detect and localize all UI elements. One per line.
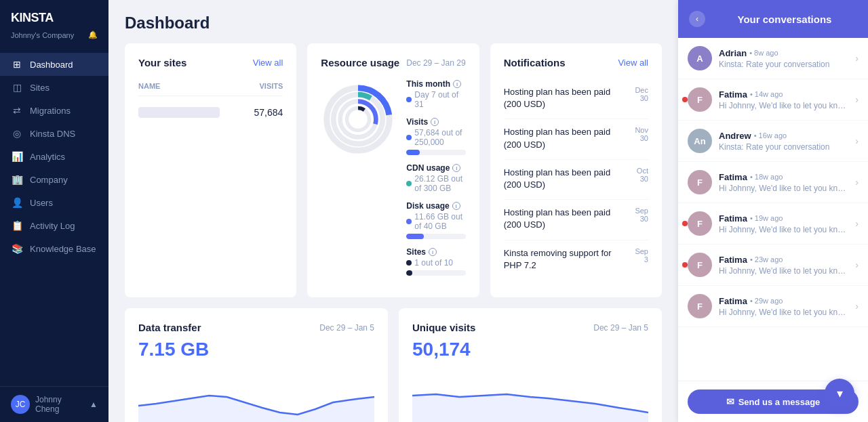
col-name-header: NAME	[138, 82, 160, 90]
unread-indicator	[682, 262, 688, 268]
unique-visits-date: Dec 29 – Jan 5	[593, 323, 648, 333]
conv-info: Adrian • 8w ago Kinsta: Rate your conver…	[719, 48, 848, 69]
conv-preview: Kinsta: Rate your conversation	[719, 142, 848, 152]
conversation-item[interactable]: An Andrew • 16w ago Kinsta: Rate your co…	[678, 121, 868, 162]
cdn-info-icon: i	[452, 164, 460, 172]
conv-name-row: Fatima • 14w ago	[719, 89, 848, 100]
users-label: Users	[30, 198, 53, 208]
unread-indicator	[682, 97, 688, 102]
this-month-value: Day 7 out of 31	[406, 90, 465, 109]
sidebar-item-dashboard[interactable]: ⊞Dashboard	[0, 53, 108, 76]
sites-icon: ◫	[11, 82, 23, 93]
conv-time: • 29w ago	[750, 297, 783, 305]
notification-row: Hosting plan has been paid (200 USD) Oct…	[504, 167, 648, 192]
chat-float-button[interactable]: ▾	[825, 379, 854, 408]
top-cards-grid: Your sites View all NAME VISITS 57,684 R…	[108, 43, 678, 308]
main-content: Dashboard Your sites View all NAME VISIT…	[108, 0, 678, 422]
sites-table-header: NAME VISITS	[138, 79, 283, 96]
conv-name-row: Fatima • 23w ago	[719, 255, 848, 265]
unique-visits-value: 50,174	[412, 339, 648, 360]
notification-item: Kinsta removing support for PHP 7.2 Sep …	[504, 240, 648, 280]
conv-time: • 14w ago	[750, 90, 783, 98]
conversation-item[interactable]: F Fatima • 19w ago Hi Johnny, We'd like …	[678, 203, 868, 245]
sidebar-item-migrations[interactable]: ⇄Migrations	[0, 99, 108, 122]
send-icon: ✉	[726, 396, 734, 407]
notification-item: Hosting plan has been paid (200 USD) Nov…	[504, 119, 648, 159]
unique-visits-header: Unique visits Dec 29 – Jan 5	[412, 322, 648, 333]
dot-disk	[406, 219, 412, 224]
conversation-item[interactable]: F Fatima • 23w ago Hi Johnny, We'd like …	[678, 245, 868, 286]
company-icon: 🏢	[11, 174, 23, 185]
conv-info: Fatima • 29w ago Hi Johnny, We'd like to…	[719, 296, 848, 317]
unique-visits-chart	[412, 368, 648, 422]
data-transfer-title: Data transfer	[138, 322, 201, 333]
activity-log-label: Activity Log	[30, 221, 75, 231]
conversations-panel: ‹ Your conversations A Adrian • 8w ago K…	[678, 0, 868, 422]
sidebar: KINSTA Johnny's Company 🔔 ⊞Dashboard◫Sit…	[0, 0, 108, 422]
sites-view-all-link[interactable]: View all	[253, 58, 283, 68]
site-name-blurred	[138, 107, 220, 118]
sidebar-item-sites[interactable]: ◫Sites	[0, 76, 108, 99]
disk-progress-bar	[406, 234, 465, 239]
donut-chart	[321, 82, 395, 156]
dot-blue	[406, 97, 412, 102]
conv-name-row: Fatima • 19w ago	[719, 213, 848, 224]
unique-visits-title: Unique visits	[412, 322, 475, 333]
sidebar-item-analytics[interactable]: 📊Analytics	[0, 145, 108, 168]
user-profile[interactable]: JC Johnny Cheng ▲	[0, 386, 108, 422]
notification-date: Nov 30	[629, 126, 648, 142]
kinsta-dns-icon: ◎	[11, 128, 23, 139]
notification-text: Hosting plan has been paid (200 USD)	[504, 86, 629, 110]
analytics-icon: 📊	[11, 151, 23, 162]
notifications-view-all-link[interactable]: View all	[618, 58, 648, 68]
notifications-card-header: Notifications View all	[504, 57, 648, 68]
conv-time: • 16w ago	[754, 131, 787, 140]
conv-chevron-icon: ›	[855, 177, 859, 188]
page-header: Dashboard	[108, 0, 678, 43]
conv-chevron-icon: ›	[855, 301, 859, 312]
conv-avatar: F	[688, 87, 712, 112]
stat-disk: Disk usage i 11.66 GB out of 40 GB	[406, 201, 465, 239]
data-transfer-date: Dec 29 – Jan 5	[319, 323, 374, 333]
dashboard-label: Dashboard	[30, 60, 73, 70]
visits-progress-fill	[406, 150, 420, 155]
migrations-label: Migrations	[30, 106, 71, 116]
notification-item: Hosting plan has been paid (200 USD) Oct…	[504, 160, 648, 200]
company-name: Johnny's Company	[11, 31, 74, 39]
notification-row: Kinsta removing support for PHP 7.2 Sep …	[504, 247, 648, 273]
conv-chevron-icon: ›	[855, 218, 859, 229]
notification-date: Oct 30	[630, 167, 648, 183]
sidebar-item-activity-log[interactable]: 📋Activity Log	[0, 214, 108, 237]
conv-preview: Hi Johnny, We'd like to let you know tha…	[719, 266, 848, 276]
conv-info: Fatima • 14w ago Hi Johnny, We'd like to…	[719, 89, 848, 110]
conversation-item[interactable]: F Fatima • 18w ago Hi Johnny, We'd like …	[678, 162, 868, 203]
sidebar-item-kinsta-dns[interactable]: ◎Kinsta DNS	[0, 122, 108, 145]
conv-name: Adrian	[719, 48, 747, 58]
bell-icon[interactable]: 🔔	[88, 30, 98, 39]
sidebar-item-company[interactable]: 🏢Company	[0, 168, 108, 191]
conv-avatar: F	[688, 211, 712, 236]
conversation-item[interactable]: F Fatima • 14w ago Hi Johnny, We'd like …	[678, 79, 868, 121]
kinsta-dns-label: Kinsta DNS	[30, 129, 75, 139]
notification-text: Hosting plan has been paid (200 USD)	[504, 207, 629, 231]
page-title: Dashboard	[125, 14, 662, 33]
conversation-item[interactable]: F Fatima • 29w ago Hi Johnny, We'd like …	[678, 286, 868, 327]
conversation-item[interactable]: A Adrian • 8w ago Kinsta: Rate your conv…	[678, 38, 868, 79]
company-label: Company	[30, 175, 68, 185]
sidebar-item-users[interactable]: 👤Users	[0, 191, 108, 214]
avatar: JC	[11, 395, 30, 414]
conversations-back-button[interactable]: ‹	[689, 11, 705, 27]
conv-name-row: Fatima • 29w ago	[719, 296, 848, 306]
conv-preview: Hi Johnny, We'd like to let you know tha…	[719, 184, 848, 193]
conv-avatar: F	[688, 253, 712, 277]
company-name-row: Johnny's Company 🔔	[0, 30, 108, 47]
notification-row: Hosting plan has been paid (200 USD) Nov…	[504, 126, 648, 152]
visits-label: Visits i	[406, 117, 465, 127]
conv-name: Fatima	[719, 89, 747, 100]
activity-log-icon: 📋	[11, 220, 23, 231]
stat-sites: Sites i 1 out of 10	[406, 247, 465, 276]
sidebar-item-knowledge-base[interactable]: 📚Knowledge Base	[0, 237, 108, 260]
notifications-title: Notifications	[504, 57, 566, 68]
notification-date: Sep 3	[631, 247, 648, 263]
conv-avatar: F	[688, 170, 712, 194]
